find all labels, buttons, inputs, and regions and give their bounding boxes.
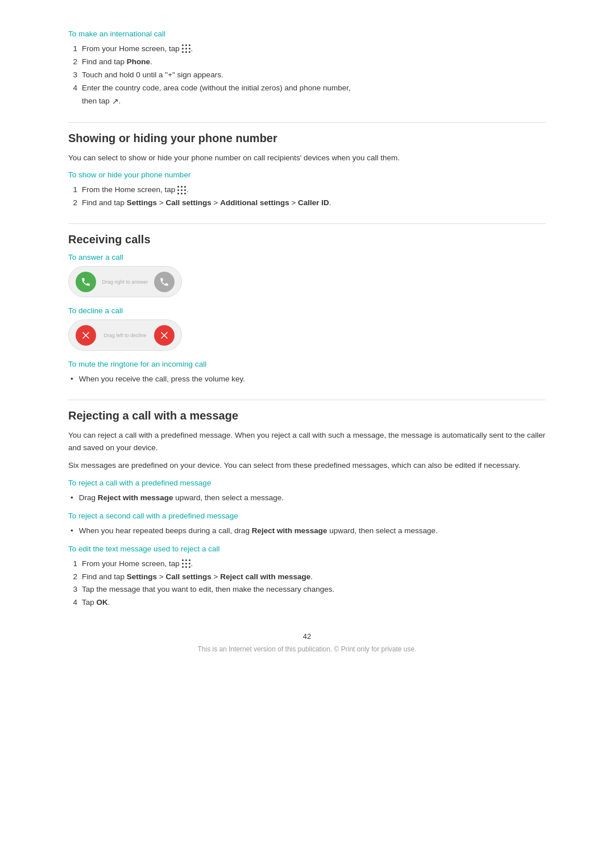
- right-circle: [154, 272, 175, 292]
- caller-id-bold: Caller ID: [298, 198, 329, 207]
- receiving-calls-section: Receiving calls To answer a call Drag ri…: [68, 223, 546, 386]
- decline-call-subheading: To decline a call: [68, 306, 546, 315]
- decline-call-image: Drag left to decline: [68, 319, 182, 351]
- mute-step-text: When you receive the call, press the vol…: [79, 373, 245, 386]
- rejecting-call-section: Rejecting a call with a message You can …: [68, 400, 546, 609]
- rejecting-call-title: Rejecting a call with a message: [68, 400, 546, 422]
- reject-message-bold-2: Reject with message: [252, 526, 327, 535]
- apps-icon-3: [182, 559, 191, 568]
- reject-predefined-subheading: To reject a call with a predefined messa…: [68, 479, 546, 487]
- call-settings-bold-2: Call settings: [165, 572, 211, 581]
- ok-bold: OK: [97, 598, 108, 607]
- answer-call-subheading: To answer a call: [68, 253, 546, 261]
- receiving-calls-title: Receiving calls: [68, 223, 546, 246]
- call-arrow-icon: ↗: [112, 97, 119, 106]
- edit-step-1: 1 From your Home screen, tap .: [68, 558, 546, 571]
- drag-left-hint: Drag left to decline: [103, 333, 146, 338]
- red-decline-circle-right: [154, 325, 175, 346]
- international-call-subheading: To make an international call: [68, 30, 546, 38]
- answer-call-image: Drag right to answer: [68, 266, 182, 297]
- reject-predefined-step: Drag Reject with message upward, then se…: [68, 492, 546, 505]
- second-reject-subheading: To reject a second call with a predefine…: [68, 512, 546, 520]
- rejecting-description-2: Six messages are predefined on your devi…: [68, 459, 546, 472]
- apps-icon-2: [177, 186, 186, 195]
- sh-step-1: 1 From the Home screen, tap .: [68, 184, 546, 197]
- step-3: 3 Touch and hold 0 until a "+" sign appe…: [68, 69, 546, 82]
- reject-call-message-bold: Reject call with message: [220, 572, 310, 581]
- mute-ringtone-subheading: To mute the ringtone for an incoming cal…: [68, 360, 546, 368]
- showing-hiding-section: Showing or hiding your phone number You …: [68, 122, 546, 210]
- apps-icon: [182, 44, 191, 53]
- second-reject-step: When you hear repeated beeps during a ca…: [68, 525, 546, 538]
- page-container: To make an international call 1 From you…: [0, 0, 614, 868]
- sh-step-2: 2 Find and tap Settings > Call settings …: [68, 197, 546, 210]
- step-2: 2 Find and tap Phone.: [68, 56, 546, 69]
- showing-hiding-description: You can select to show or hide your phon…: [68, 152, 546, 164]
- show-hide-subheading: To show or hide your phone number: [68, 171, 546, 179]
- page-number: 42: [68, 632, 546, 641]
- edit-text-steps: 1 From your Home screen, tap . 2 Find an…: [68, 558, 546, 610]
- additional-settings-bold: Additional settings: [220, 198, 289, 207]
- edit-step-4: 4 Tap OK.: [68, 596, 546, 609]
- red-decline-circle-left: [76, 325, 96, 346]
- showing-hiding-title: Showing or hiding your phone number: [68, 122, 546, 145]
- footer-text: This is an Internet version of this publ…: [68, 645, 546, 653]
- edit-step-3: 3 Tap the message that you want to edit,…: [68, 583, 546, 596]
- drag-right-hint: Drag right to answer: [102, 279, 148, 285]
- second-reject-list: When you hear repeated beeps during a ca…: [68, 525, 546, 538]
- mute-step: When you receive the call, press the vol…: [68, 373, 546, 386]
- phone-bold: Phone: [127, 57, 150, 66]
- reject-message-bold-1: Reject with message: [98, 493, 173, 502]
- edit-text-subheading: To edit the text message used to reject …: [68, 545, 546, 553]
- call-settings-bold: Call settings: [165, 198, 211, 207]
- rejecting-description-1: You can reject a call with a predefined …: [68, 429, 546, 454]
- international-call-section: To make an international call 1 From you…: [68, 30, 546, 109]
- step-1: 1 From your Home screen, tap .: [68, 43, 546, 56]
- mute-ringtone-list: When you receive the call, press the vol…: [68, 373, 546, 386]
- settings-bold-2: Settings: [127, 572, 157, 581]
- green-answer-circle: [76, 272, 96, 292]
- reject-predefined-list: Drag Reject with message upward, then se…: [68, 492, 546, 505]
- step-4: 4 Enter the country code, area code (wit…: [68, 82, 546, 109]
- edit-step-2: 2 Find and tap Settings > Call settings …: [68, 571, 546, 584]
- international-call-steps: 1 From your Home screen, tap . 2 Find an…: [68, 43, 546, 109]
- settings-bold: Settings: [127, 198, 157, 207]
- show-hide-steps: 1 From the Home screen, tap . 2 Find and…: [68, 184, 546, 210]
